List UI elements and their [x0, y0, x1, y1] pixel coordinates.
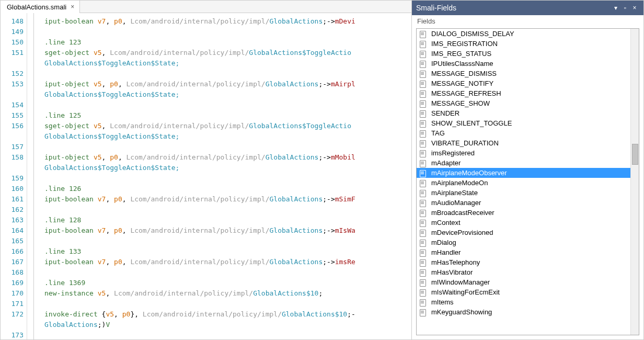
field-item[interactable]: imsRegistered	[417, 148, 630, 158]
code-line[interactable]	[44, 267, 411, 278]
field-label: mAirplaneState	[431, 189, 478, 197]
field-item[interactable]: mHandler	[417, 247, 630, 257]
field-label: mAirplaneModeOn	[431, 179, 488, 187]
field-item[interactable]: mContext	[417, 218, 630, 228]
field-item[interactable]: mIsWaitingForEcmExit	[417, 287, 630, 297]
field-item[interactable]: mAudioManager	[417, 198, 630, 208]
panel-header[interactable]: Smali-Fields ▾ ▫ ×	[412, 1, 643, 15]
code-line[interactable]: new-instance v5, Lcom/android/internal/p…	[44, 288, 411, 299]
pin-icon[interactable]: ▫	[620, 4, 630, 12]
field-icon	[420, 230, 427, 236]
code-line[interactable]: sget-object v5, Lcom/android/internal/po…	[44, 48, 411, 58]
field-item[interactable]: MESSAGE_NOTIFY	[417, 78, 630, 88]
code-line[interactable]: .line 133	[44, 246, 411, 257]
code-line[interactable]: iput-object v5, p0, Lcom/android/interna…	[44, 79, 411, 89]
field-label: MESSAGE_SHOW	[431, 99, 490, 107]
code-line[interactable]	[44, 142, 411, 152]
field-icon	[420, 200, 427, 206]
field-item[interactable]: VIBRATE_DURATION	[417, 138, 630, 148]
code-line[interactable]: iput-boolean v7, p0, Lcom/android/intern…	[44, 16, 411, 27]
field-label: IPUtilesClasssName	[431, 60, 493, 67]
code-line[interactable]: .line 128	[44, 215, 411, 225]
code-line-cont[interactable]: GlobalActions$ToggleAction$State;	[44, 163, 411, 173]
code-line[interactable]	[44, 236, 411, 246]
field-item[interactable]: DIALOG_DISMISS_DELAY	[417, 29, 630, 39]
code-line[interactable]	[44, 69, 411, 79]
code-line[interactable]: .line 123	[44, 37, 411, 48]
field-icon	[420, 130, 427, 137]
field-item[interactable]: mItems	[417, 297, 630, 307]
code-line[interactable]: .line 126	[44, 184, 411, 194]
field-label: mDeviceProvisioned	[431, 229, 493, 236]
field-item[interactable]: mIWindowManager	[417, 277, 630, 287]
field-list-wrap: DIALOG_DISMISS_DELAYIMS_REGISTRATIONIMS_…	[416, 28, 639, 335]
field-label: mAudioManager	[431, 199, 481, 207]
code-area[interactable]: iput-boolean v7, p0, Lcom/android/intern…	[34, 13, 411, 339]
field-item[interactable]: IMS_REGISTRATION	[417, 39, 630, 49]
scrollbar-thumb[interactable]	[632, 144, 638, 165]
field-item[interactable]: MESSAGE_DISMISS	[417, 69, 630, 78]
field-icon	[420, 160, 427, 166]
code-line[interactable]: iput-boolean v7, p0, Lcom/android/intern…	[44, 225, 411, 236]
field-item[interactable]: IMS_REG_STATUS	[417, 49, 630, 59]
tab-globalactions[interactable]: GlobalActions.smali ×	[1, 1, 80, 13]
field-item[interactable]: MESSAGE_SHOW	[417, 98, 630, 108]
code-line[interactable]: .line 1369	[44, 278, 411, 288]
field-label: imsRegistered	[431, 149, 475, 157]
code-line[interactable]: .line 125	[44, 110, 411, 121]
field-item[interactable]: SENDER	[417, 108, 630, 118]
field-item[interactable]: mHasVibrator	[417, 267, 630, 277]
field-label: mKeyguardShowing	[431, 308, 492, 316]
field-item[interactable]: mAirplaneModeObserver	[417, 168, 630, 178]
code-line[interactable]	[44, 173, 411, 184]
field-item[interactable]: mHasTelephony	[417, 257, 630, 267]
code-line[interactable]: iput-boolean v7, p0, Lcom/android/intern…	[44, 257, 411, 267]
field-label: mHandler	[431, 248, 461, 256]
code-line[interactable]	[44, 299, 411, 309]
code-line-cont[interactable]: GlobalActions$ToggleAction$State;	[44, 131, 411, 142]
field-label: MESSAGE_DISMISS	[431, 70, 497, 77]
code-line[interactable]: iput-boolean v7, p0, Lcom/android/intern…	[44, 194, 411, 205]
field-icon	[420, 81, 427, 87]
field-item[interactable]: TAG	[417, 128, 630, 138]
field-label: mDialog	[431, 239, 456, 246]
field-item[interactable]: MESSAGE_REFRESH	[417, 88, 630, 98]
field-icon	[420, 220, 427, 226]
code-line[interactable]	[44, 27, 411, 37]
field-item[interactable]: mBroadcastReceiver	[417, 208, 630, 218]
field-icon	[420, 259, 427, 266]
field-icon	[420, 51, 427, 57]
code-line-cont[interactable]: GlobalActions$ToggleAction$State;	[44, 89, 411, 100]
close-icon[interactable]: ×	[71, 3, 74, 10]
field-icon	[420, 120, 427, 127]
field-icon	[420, 140, 427, 146]
field-item[interactable]: mKeyguardShowing	[417, 307, 630, 317]
code-line[interactable]: invoke-direct {v5, p0}, Lcom/android/int…	[44, 309, 411, 320]
field-item[interactable]: IPUtilesClasssName	[417, 59, 630, 69]
code-line[interactable]: sget-object v5, Lcom/android/internal/po…	[44, 121, 411, 131]
code-line[interactable]: iput-object v5, p0, Lcom/android/interna…	[44, 152, 411, 163]
scrollbar[interactable]	[630, 29, 639, 335]
field-label: mHasVibrator	[431, 268, 473, 276]
field-item[interactable]: mAirplaneState	[417, 188, 630, 198]
chevron-down-icon[interactable]: ▾	[611, 4, 620, 12]
field-item[interactable]: mDeviceProvisioned	[417, 228, 630, 237]
panel-close-icon[interactable]: ×	[630, 4, 639, 12]
field-item[interactable]: SHOW_SILENT_TOGGLE	[417, 118, 630, 128]
code-line[interactable]	[44, 205, 411, 215]
code-line[interactable]	[44, 100, 411, 110]
field-item[interactable]: mAdapter	[417, 158, 630, 168]
field-item[interactable]: mDialog	[417, 237, 630, 247]
tab-label: GlobalActions.smali	[7, 3, 66, 11]
field-icon	[420, 71, 427, 77]
code-line-cont[interactable]: GlobalActions$ToggleAction$State;	[44, 58, 411, 69]
field-item[interactable]: mAirplaneModeOn	[417, 178, 630, 188]
field-label: mItems	[431, 298, 454, 306]
field-icon	[420, 299, 427, 305]
field-list[interactable]: DIALOG_DISMISS_DELAYIMS_REGISTRATIONIMS_…	[417, 29, 630, 335]
field-icon	[420, 309, 427, 315]
field-icon	[420, 150, 427, 156]
code-line[interactable]	[44, 330, 411, 339]
code-line-cont[interactable]: GlobalActions;)V	[44, 320, 411, 330]
field-label: SHOW_SILENT_TOGGLE	[431, 119, 512, 127]
